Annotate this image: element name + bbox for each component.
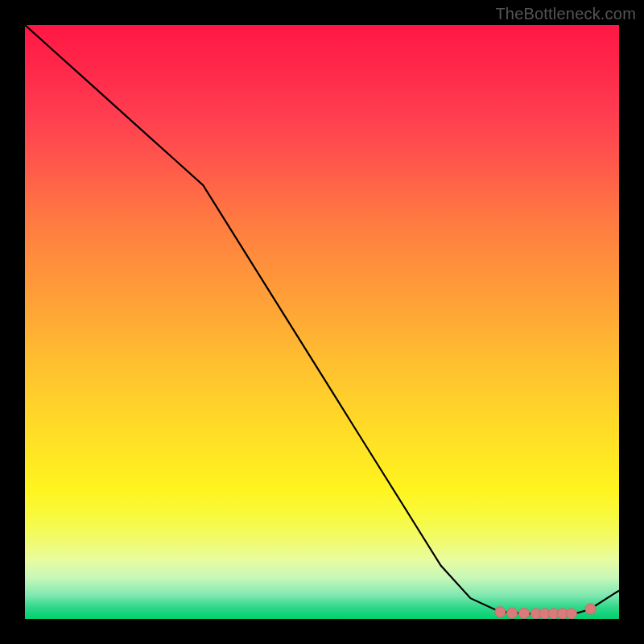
gradient-background bbox=[25, 25, 619, 619]
attribution-text: TheBottleneck.com bbox=[495, 5, 636, 23]
chart-stage: TheBottleneck.com bbox=[0, 0, 644, 644]
